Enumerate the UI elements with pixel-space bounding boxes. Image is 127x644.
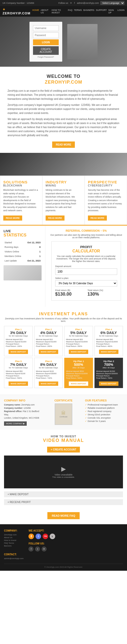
total-return-value: 130% bbox=[87, 292, 117, 297]
more-company-btn[interactable]: MORE COMPANY ▶ bbox=[4, 421, 27, 426]
receive-profit-btn[interactable]: + RECEIVE PROFIT bbox=[4, 499, 123, 505]
nav-terms[interactable]: TERMS bbox=[74, 9, 82, 14]
calc-title1: PROFIT bbox=[55, 245, 117, 249]
deposit-label: Deposit amount: bbox=[55, 265, 117, 268]
plan-5-deposit-btn[interactable]: MAKE DEPOSIT bbox=[9, 381, 28, 386]
deposit-input[interactable] bbox=[55, 268, 117, 275]
footer-columns: COMPANY: ZeroHyip.com About Us How to In… bbox=[4, 529, 123, 560]
feature-item: Domain for 3 years bbox=[85, 420, 123, 422]
company-number: Company number: 123456 bbox=[4, 407, 42, 409]
nav-home[interactable]: HOME bbox=[32, 9, 39, 14]
stats-row: Started Oct 12, 2023 bbox=[4, 241, 41, 245]
nav-signup[interactable]: SIGN UP bbox=[108, 9, 116, 14]
footer-link[interactable]: FAQ Terms bbox=[4, 542, 23, 544]
language-select[interactable]: Select Language bbox=[100, 1, 124, 5]
footer-follow-title: FOLLOW US: bbox=[28, 542, 55, 545]
logo[interactable]: ✦ ZEROHYIP.COM bbox=[3, 8, 32, 15]
video-sublabel: This video is unavailable. bbox=[52, 476, 75, 478]
our-features-list: Professional management team Reliable in… bbox=[85, 403, 123, 422]
welcome-para1: ZeroHyip.com is an expert in the field o… bbox=[8, 89, 119, 101]
stats-visitors-value: 1 bbox=[25, 250, 41, 254]
company-reg: Registered office: Flat 2 31 Bedford bbox=[4, 410, 42, 413]
facebook-icon[interactable]: f bbox=[28, 546, 34, 552]
plan-vip2-deposit-btn[interactable]: MAKE DEPOSIT bbox=[99, 381, 118, 386]
email-link[interactable]: admin@zerohyip.com bbox=[77, 2, 99, 4]
plan-5-name: Plan 5 bbox=[6, 360, 31, 363]
stats-started-label: Started bbox=[4, 241, 24, 245]
feature-item: Reliable investment platform bbox=[85, 407, 123, 409]
referral-desc: Our partners can also earn by attracting… bbox=[49, 234, 123, 239]
plan-2-deposit-btn[interactable]: MAKE DEPOSIT bbox=[39, 350, 58, 354]
nav-support[interactable]: SUPPORT bbox=[96, 9, 107, 14]
plans-row-1: Plan 1 3% DAILY for 30 Calendar Days Min… bbox=[4, 326, 123, 356]
make-deposit-btn[interactable]: + MAKE DEPOSIT bbox=[4, 491, 123, 497]
feature-blockchain-title2: SOLUTIONS bbox=[3, 180, 39, 184]
feature-blockchain-title1: BLOCKCHAIN bbox=[3, 184, 39, 187]
copyright: © ZeroHyip.com 2023 All Rights Reserved. bbox=[44, 566, 83, 568]
readmore-button[interactable]: READ MORE bbox=[52, 141, 75, 148]
logo-zero: ZERO bbox=[3, 11, 13, 15]
footer-link[interactable]: How to Invest bbox=[4, 539, 23, 541]
forgot-password-link[interactable]: Forgot Password? bbox=[33, 56, 59, 58]
read-faq-btn[interactable]: READ MORE FAQ bbox=[47, 512, 80, 519]
feature-mining-btn[interactable]: READ MORE bbox=[46, 216, 65, 221]
feature-item: Strong DDoS protection bbox=[85, 413, 123, 416]
final-return-label: Final return ($): bbox=[55, 289, 85, 292]
login-button[interactable]: LOGIN bbox=[33, 39, 59, 45]
plan-4-details: Minimal deposit $40 Maximum deposit $100… bbox=[96, 338, 121, 347]
username-input[interactable] bbox=[33, 25, 59, 31]
plan-vip2-rate: 700% bbox=[96, 363, 121, 367]
footer-link[interactable]: ZeroHyip.com bbox=[4, 534, 23, 536]
nav-invest[interactable]: HOW TO INVEST bbox=[52, 9, 67, 14]
nav-faq[interactable]: FAQ bbox=[68, 9, 72, 14]
plan-5-rate: 7% DAILY bbox=[6, 363, 31, 367]
feature-security-title1: CYBERSECURITY bbox=[88, 184, 124, 187]
stats-panel: LIVE STATISTICS Started Oct 12, 2023 Run… bbox=[0, 226, 45, 307]
plan-1-deposit-btn[interactable]: MAKE DEPOSIT bbox=[9, 350, 28, 354]
feature-blockchain-btn[interactable]: READ MORE bbox=[3, 216, 22, 221]
stats-image bbox=[4, 265, 42, 280]
feature-security-btn[interactable]: READ MORE bbox=[88, 216, 107, 221]
telegram-icon[interactable]: ✈ bbox=[42, 546, 47, 552]
footer-link[interactable]: About Us bbox=[4, 536, 23, 539]
company-cert-features: COMPANY INFO Company name: ZeroHyip.com … bbox=[0, 395, 127, 430]
footer-link[interactable]: Banners bbox=[4, 545, 23, 547]
telegram-link[interactable]: ✈ bbox=[70, 2, 72, 4]
create-account-btn[interactable]: + CREATE ACCOUNT bbox=[47, 447, 80, 452]
welcome-section: WELCOME TO ZEROHYIP.COM ZeroHyip.com is … bbox=[0, 67, 127, 153]
stats-runningdays-label: Running days bbox=[4, 245, 24, 249]
top-bar: UK Company Number : 123456 Follow us: ✈ … bbox=[0, 0, 127, 6]
plan-label: Select a plan: bbox=[55, 277, 117, 279]
twitter-icon[interactable]: t bbox=[35, 546, 40, 552]
nav-login[interactable]: LOGIN bbox=[117, 9, 124, 14]
plan-1-name: Plan 1 bbox=[6, 328, 31, 331]
plan-card-2: Plan 2 4% DAILY for 40 Calendar Days Min… bbox=[34, 326, 63, 356]
nav-about[interactable]: ABOUT US bbox=[41, 9, 50, 14]
our-features-panel: OUR FEATURES Professional management tea… bbox=[85, 399, 123, 426]
three-images-row bbox=[0, 153, 127, 176]
feature-mining: INDUSTRYMINING Mining continues to be an… bbox=[42, 176, 85, 225]
feature-item: Real registered company bbox=[85, 410, 123, 413]
plan-3-name: Plan 3 bbox=[66, 328, 91, 331]
facebook-link[interactable]: f bbox=[74, 2, 75, 4]
our-features-title: OUR FEATURES bbox=[85, 399, 123, 402]
password-input[interactable] bbox=[33, 32, 59, 38]
plan-vip1-deposit-btn[interactable]: MAKE DEPOSIT bbox=[69, 381, 88, 386]
feature-mining-title2: INDUSTRY bbox=[46, 180, 81, 184]
plan-2-details: Minimal deposit $10 Maximum deposit $100… bbox=[36, 338, 61, 347]
stats-row: Last Update Oct 21, 2023 bbox=[4, 259, 41, 263]
plan-3-deposit-btn[interactable]: MAKE DEPOSIT bbox=[69, 350, 88, 354]
nav-banners[interactable]: BANNERS bbox=[83, 9, 94, 14]
footer-email[interactable]: admin@zerohyip.com bbox=[4, 557, 23, 560]
plan-select[interactable]: 3% Daily for 30 Calendar Days bbox=[55, 280, 117, 287]
video-icon: ▶ bbox=[52, 465, 75, 472]
feature-blockchain: SOLUTIONSBLOCKCHAIN Blockchain technolog… bbox=[0, 176, 42, 225]
welcome-heading1: WELCOME TO bbox=[8, 74, 119, 79]
plan-6-deposit-btn[interactable]: MAKE DEPOSIT bbox=[39, 381, 58, 386]
hero-section: LOGIN CREATE ACCOUNT Forgot Password? bbox=[0, 17, 127, 67]
plan-4-days: for 60 Calendar Days bbox=[96, 335, 121, 337]
create-account-button[interactable]: CREATE ACCOUNT bbox=[33, 46, 59, 55]
plan-4-deposit-btn[interactable]: MAKE DEPOSIT bbox=[99, 350, 118, 354]
company-address: London, United Kingdom, WC1Y0DB bbox=[4, 417, 42, 419]
feature-item: Professional management team bbox=[85, 403, 123, 406]
